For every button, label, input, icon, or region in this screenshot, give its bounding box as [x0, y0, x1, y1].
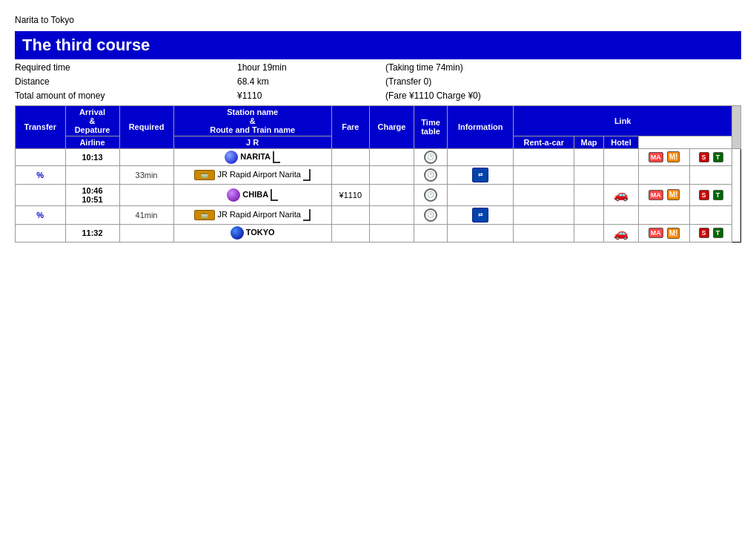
required-label: Required time	[15, 62, 70, 73]
route-name: JR Rapid Airport Narita	[217, 169, 301, 178]
header-link: Link	[514, 105, 732, 136]
header-airline: Airline	[65, 136, 119, 148]
rentacar-cell	[603, 148, 638, 165]
header-required: Required	[119, 105, 173, 148]
fare-empty	[331, 165, 369, 184]
header-map: Map	[574, 136, 604, 148]
timetable-clock[interactable]: 🕐	[414, 165, 448, 184]
clock-icon[interactable]: 🕐	[424, 151, 437, 164]
distance-label: Distance	[15, 76, 50, 87]
table-row: 10:13 NARITA 🕐 MA M! S T	[16, 148, 741, 165]
map-mi-icon[interactable]: M!	[667, 189, 680, 200]
required-value: 1hour 19min	[237, 62, 287, 73]
car-icon[interactable]: 🚗	[614, 188, 629, 202]
station-ball-icon	[225, 151, 238, 164]
hotel-t-icon[interactable]: T	[713, 228, 723, 238]
station-name: CHIBA	[242, 189, 268, 198]
airline-cell	[514, 148, 574, 165]
jr-cell	[574, 184, 604, 205]
station-ball-icon	[231, 226, 244, 240]
airline-empty	[514, 205, 574, 224]
arrival-time: 10:4610:51	[65, 184, 119, 205]
route-name: JR Rapid Airport Narita	[217, 209, 301, 218]
arrival-empty	[65, 205, 119, 224]
duration-cell: 41min	[119, 205, 173, 224]
rentacar-cell[interactable]: 🚗	[603, 184, 638, 205]
airline-cell	[514, 224, 574, 242]
table-row: 10:4610:51 CHIBA ¥1110 🕐 🚗 MA M!	[16, 184, 741, 205]
fare-cell: ¥1110	[331, 184, 369, 205]
hotel-t-icon[interactable]: T	[713, 152, 723, 162]
timetable-clock[interactable]: 🕐	[414, 205, 448, 224]
scrollbar[interactable]	[732, 105, 741, 148]
map-empty	[638, 165, 689, 184]
hotel-cell[interactable]: S T	[690, 184, 732, 205]
jr-empty	[574, 205, 604, 224]
airline-empty	[514, 165, 574, 184]
hotel-t-icon[interactable]: T	[713, 190, 723, 200]
charge-empty	[369, 205, 414, 224]
station-cell: CHIBA	[173, 184, 331, 205]
required-cell	[119, 148, 173, 165]
table-row: % 41min 🚃 JR Rapid Airport Narita 🕐 ⇄	[16, 205, 741, 224]
train-icon: 🚃	[194, 170, 215, 180]
hotel-s-icon[interactable]: S	[699, 190, 709, 200]
corner-icon	[271, 189, 278, 201]
map-empty	[638, 205, 689, 224]
info-cell	[447, 184, 514, 205]
hotel-s-icon[interactable]: S	[699, 152, 709, 162]
corner-right-icon	[303, 169, 311, 181]
train-icon: 🚃	[194, 210, 215, 220]
money-value: ¥1110	[237, 90, 262, 101]
corner-right-icon	[303, 209, 311, 221]
info-transfer: ⇄	[447, 205, 514, 224]
required-cell	[119, 184, 173, 205]
route-cell: 🚃 JR Rapid Airport Narita	[173, 205, 331, 224]
transfer-cell	[16, 184, 66, 205]
clock-icon[interactable]: 🕐	[424, 188, 437, 202]
transfer-cell	[16, 224, 66, 242]
header-arrival: Arrival & Depature	[65, 105, 119, 136]
map-ma-icon[interactable]: MA	[649, 190, 663, 200]
route-table: Transfer Arrival & Depature Required Sta…	[15, 105, 741, 243]
corner-icon	[273, 151, 280, 163]
map-cell[interactable]: MA M!	[638, 184, 689, 205]
timetable-cell[interactable]: 🕐	[414, 184, 448, 205]
header-station: Station name & Route and Train name	[173, 105, 331, 136]
map-mi-icon[interactable]: M!	[667, 151, 680, 162]
header-timetable: Timetable	[414, 105, 448, 148]
info-cell	[447, 148, 514, 165]
hotel-empty	[690, 205, 732, 224]
required-cell	[119, 224, 173, 242]
jr-cell	[574, 148, 604, 165]
clock-icon[interactable]: 🕐	[424, 208, 437, 222]
charge-cell	[369, 184, 414, 205]
map-ma-icon[interactable]: MA	[649, 228, 663, 238]
timetable-cell[interactable]: 🕐	[414, 148, 448, 165]
rentacar-cell[interactable]: 🚗	[603, 224, 638, 242]
charge-empty	[369, 165, 414, 184]
header-jr: J R	[173, 136, 331, 148]
map-ma-icon[interactable]: MA	[649, 152, 663, 162]
transfer-icon: ⇄	[472, 208, 488, 222]
clock-icon[interactable]: 🕐	[424, 168, 437, 182]
station-name: NARITA	[240, 151, 271, 160]
rentacar-empty	[603, 205, 638, 224]
map-cell[interactable]: MA M!	[638, 224, 689, 242]
map-cell[interactable]: MA M!	[638, 148, 689, 165]
map-mi-icon[interactable]: M!	[667, 228, 680, 239]
arrival-time: 10:13	[65, 148, 119, 165]
hotel-s-icon[interactable]: S	[699, 228, 709, 238]
transfer-percent: %	[16, 205, 66, 224]
car-icon[interactable]: 🚗	[614, 226, 629, 240]
money-label: Total amount of money	[15, 90, 105, 101]
station-ball-icon	[227, 188, 240, 202]
station-name: TOKYO	[246, 228, 275, 237]
fare-cell	[331, 148, 369, 165]
header-fare: Fare	[331, 105, 369, 148]
fare-cell	[331, 224, 369, 242]
header-transfer: Transfer	[16, 105, 66, 148]
hotel-cell[interactable]: S T	[690, 224, 732, 242]
header-information: Information	[447, 105, 514, 148]
hotel-cell[interactable]: S T	[690, 148, 732, 165]
